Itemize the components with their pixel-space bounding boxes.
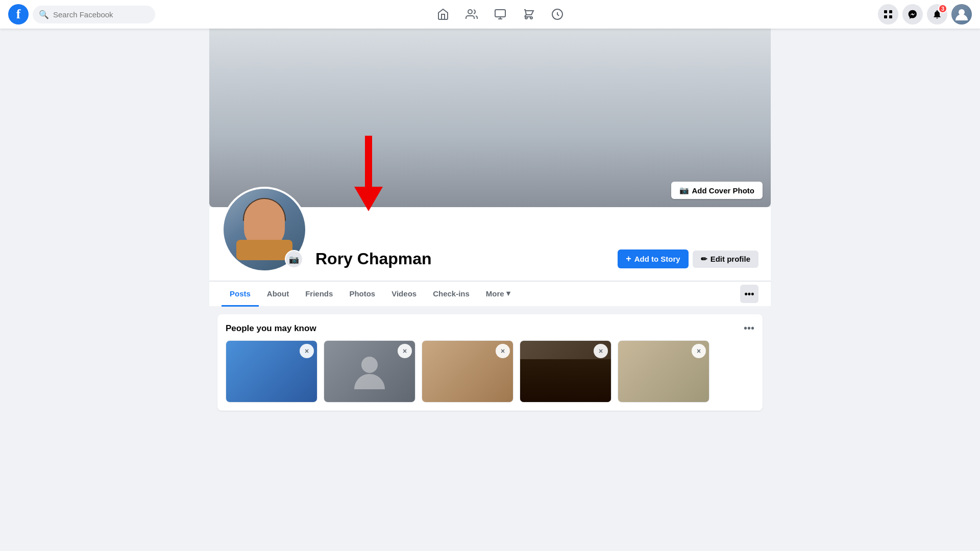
list-item: × — [520, 340, 611, 403]
cover-section: 📷 Add Cover Photo — [209, 29, 771, 207]
tab-photos[interactable]: Photos — [341, 282, 383, 307]
notifications-button[interactable]: 3 — [927, 4, 947, 24]
tab-posts[interactable]: Posts — [222, 282, 259, 307]
person-photo: × — [226, 341, 317, 402]
dismiss-person-button[interactable]: × — [594, 344, 608, 358]
notification-badge: 3 — [938, 4, 947, 13]
face-shirt — [236, 240, 292, 260]
list-item: × — [226, 340, 317, 403]
profile-name-area: Rory Chapman — [315, 249, 609, 272]
profile-pic-wrapper: 📷 — [222, 187, 307, 272]
tab-videos[interactable]: Videos — [383, 282, 425, 307]
grid-menu-button[interactable] — [878, 4, 898, 24]
user-avatar-button[interactable] — [951, 4, 972, 24]
three-dots-icon: ••• — [745, 289, 754, 299]
profile-top: 📷 Rory Chapman + Add to Story ✏ — [222, 207, 758, 281]
camera-icon: 📷 — [679, 186, 689, 195]
people-title: People you may know — [226, 323, 316, 334]
add-cover-photo-button[interactable]: 📷 Add Cover Photo — [671, 182, 763, 199]
person-photo: × — [520, 341, 611, 402]
top-navigation: f 🔍 3 — [0, 0, 980, 29]
add-story-label: Add to Story — [634, 255, 680, 263]
profile-info-section: 📷 Rory Chapman + Add to Story ✏ — [209, 207, 771, 281]
list-item: × — [422, 340, 513, 403]
people-more-options[interactable]: ••• — [744, 322, 754, 334]
edit-profile-button[interactable]: ✏ Edit profile — [693, 251, 758, 268]
tab-about[interactable]: About — [259, 282, 297, 307]
profile-face — [239, 199, 290, 260]
nav-left: f 🔍 — [8, 4, 182, 24]
friends-nav-button[interactable] — [459, 2, 484, 27]
profile-tabs: Posts About Friends Photos Videos Check-… — [209, 281, 771, 306]
svg-point-8 — [361, 357, 378, 373]
profile-name: Rory Chapman — [315, 249, 609, 268]
camera-icon: 📷 — [289, 255, 299, 264]
add-to-story-button[interactable]: + Add to Story — [618, 249, 689, 268]
list-item: × — [618, 340, 709, 403]
person-photo: × — [422, 341, 513, 402]
people-grid: × × × — [226, 340, 754, 403]
profile-actions: + Add to Story ✏ Edit profile — [618, 249, 758, 272]
svg-rect-4 — [889, 10, 892, 13]
facebook-logo[interactable]: f — [8, 4, 29, 24]
search-input[interactable] — [53, 10, 145, 19]
search-icon: 🔍 — [39, 10, 49, 19]
chevron-down-icon: ▾ — [506, 289, 510, 298]
person-photo: × — [324, 341, 415, 402]
plus-icon: + — [626, 254, 631, 264]
svg-point-0 — [468, 10, 472, 14]
edit-profile-label: Edit profile — [710, 255, 750, 263]
person-photo: × — [618, 341, 709, 402]
nav-right: 3 — [819, 4, 972, 24]
tab-checkins[interactable]: Check-ins — [425, 282, 478, 307]
people-section: People you may know ••• × × — [209, 314, 771, 411]
marketplace-nav-button[interactable] — [517, 2, 541, 27]
svg-rect-3 — [884, 10, 887, 13]
change-profile-pic-button[interactable]: 📷 — [285, 250, 303, 268]
people-you-may-know-card: People you may know ••• × × — [217, 314, 763, 411]
search-bar[interactable]: 🔍 — [33, 6, 155, 23]
messenger-button[interactable] — [902, 4, 923, 24]
tab-more[interactable]: More ▾ — [478, 282, 519, 307]
cover-photo — [209, 29, 771, 207]
tab-friends[interactable]: Friends — [297, 282, 341, 307]
dismiss-person-button[interactable]: × — [692, 344, 706, 358]
pencil-icon: ✏ — [701, 255, 707, 264]
svg-rect-5 — [884, 15, 887, 18]
dismiss-person-button[interactable]: × — [496, 344, 510, 358]
dismiss-person-button[interactable]: × — [398, 344, 412, 358]
add-cover-label: Add Cover Photo — [692, 186, 755, 195]
list-item: × — [324, 340, 415, 403]
tabs-more-options-button[interactable]: ••• — [740, 285, 758, 303]
more-label: More — [486, 289, 504, 298]
people-header: People you may know ••• — [226, 322, 754, 334]
main-content: 📷 Add Cover Photo — [0, 0, 980, 411]
home-nav-button[interactable] — [431, 2, 455, 27]
video-nav-button[interactable] — [488, 2, 512, 27]
dismiss-person-button[interactable]: × — [300, 344, 314, 358]
avatar-image — [951, 4, 972, 24]
nav-center — [182, 2, 819, 27]
fb-letter: f — [16, 7, 21, 22]
svg-rect-6 — [889, 15, 892, 18]
groups-nav-button[interactable] — [545, 2, 570, 27]
svg-rect-1 — [495, 10, 505, 17]
